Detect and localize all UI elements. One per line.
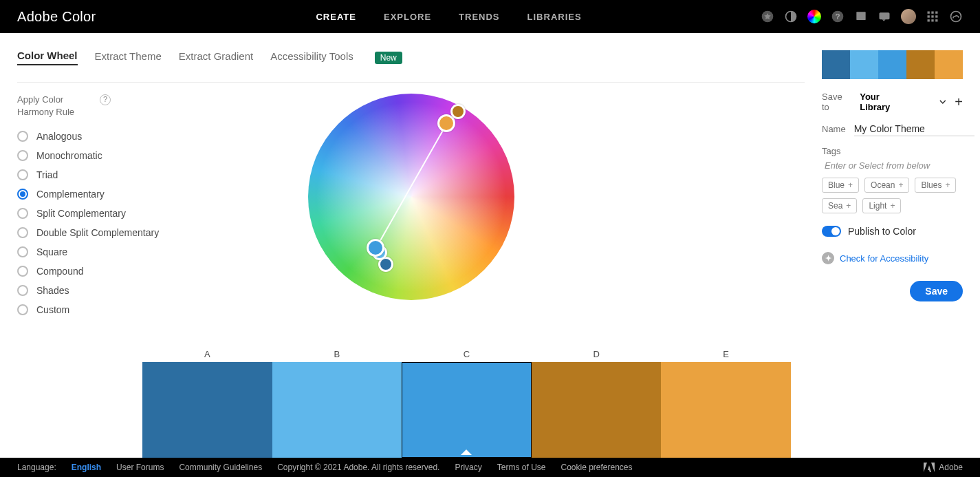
brand-title: Adobe Color bbox=[17, 9, 96, 25]
swatch-d[interactable] bbox=[532, 362, 662, 458]
tag-chip-sea[interactable]: Sea bbox=[822, 198, 857, 213]
radio-icon bbox=[17, 285, 28, 296]
library-dropdown[interactable]: Your Library bbox=[860, 92, 946, 112]
harmony-option-analogous[interactable]: Analogous bbox=[17, 131, 175, 142]
app-header: Adobe Color CREATE EXPLORE TRENDS LIBRAR… bbox=[0, 0, 980, 33]
footer-terms[interactable]: Terms of Use bbox=[497, 463, 546, 472]
footer: Language: English User Forums Community … bbox=[0, 458, 980, 477]
swatch-a[interactable] bbox=[142, 362, 272, 458]
harmony-option-split-complementary[interactable]: Split Complementary bbox=[17, 208, 175, 219]
swatch-letter: A bbox=[142, 349, 272, 362]
nav-libraries[interactable]: LIBRARIES bbox=[527, 12, 582, 22]
harmony-option-complementary[interactable]: Complementary bbox=[17, 189, 175, 200]
subtab-accessibility-tools[interactable]: Accessibility Tools bbox=[270, 50, 353, 65]
avatar[interactable] bbox=[901, 9, 916, 24]
nav-trends[interactable]: TRENDS bbox=[459, 12, 499, 22]
svg-rect-7 bbox=[931, 12, 933, 14]
adobe-logo-icon bbox=[924, 463, 935, 472]
header-icon-bar: ? bbox=[761, 9, 963, 24]
mini-swatch bbox=[850, 50, 878, 79]
svg-rect-11 bbox=[935, 15, 937, 17]
radio-icon bbox=[17, 131, 28, 142]
tag-chip-ocean[interactable]: Ocean bbox=[864, 178, 909, 193]
tags-input[interactable]: Enter or Select from below bbox=[822, 158, 963, 178]
swatch-b[interactable] bbox=[272, 362, 402, 458]
accessibility-icon: ✦ bbox=[822, 252, 834, 264]
svg-rect-12 bbox=[928, 19, 930, 21]
chevron-down-icon bbox=[939, 98, 947, 106]
svg-rect-6 bbox=[928, 12, 930, 14]
star-icon[interactable] bbox=[761, 10, 774, 23]
svg-rect-4 bbox=[856, 12, 865, 20]
swatch-e[interactable] bbox=[661, 362, 791, 458]
wheel-marker[interactable] bbox=[450, 104, 466, 119]
mini-swatch bbox=[935, 50, 963, 79]
subtab-extract-gradient[interactable]: Extract Gradient bbox=[179, 50, 253, 65]
footer-privacy[interactable]: Privacy bbox=[455, 463, 481, 472]
help-icon[interactable]: ? bbox=[831, 10, 845, 23]
harmony-option-double-split-complementary[interactable]: Double Split Complementary bbox=[17, 227, 175, 238]
subtab-bar: Color Wheel Extract Theme Extract Gradie… bbox=[17, 33, 805, 83]
nav-explore[interactable]: EXPLORE bbox=[384, 12, 431, 22]
footer-brand: Adobe bbox=[924, 463, 963, 472]
harmony-option-compound[interactable]: Compound bbox=[17, 266, 175, 277]
radio-icon bbox=[17, 150, 28, 161]
check-accessibility-link[interactable]: ✦ Check for Accessibility bbox=[822, 252, 963, 264]
radio-icon bbox=[17, 246, 28, 257]
color-wheel-icon[interactable] bbox=[807, 10, 821, 23]
mini-swatches bbox=[822, 50, 963, 79]
swatch-letter: B bbox=[272, 349, 402, 362]
color-wheel[interactable] bbox=[308, 94, 514, 300]
tags-label: Tags bbox=[822, 146, 852, 156]
new-badge: New bbox=[375, 52, 402, 64]
help-icon[interactable]: ? bbox=[100, 94, 111, 105]
tag-suggestions: BlueOceanBluesSeaLight bbox=[822, 178, 963, 213]
wheel-marker[interactable] bbox=[367, 239, 384, 257]
contrast-icon[interactable] bbox=[784, 10, 798, 23]
apps-icon[interactable] bbox=[926, 10, 939, 23]
harmony-option-triad[interactable]: Triad bbox=[17, 169, 175, 180]
swatch-strip: ABCDE bbox=[142, 349, 791, 458]
publish-toggle[interactable] bbox=[822, 226, 841, 237]
save-button[interactable]: Save bbox=[910, 281, 963, 301]
language-label: Language: bbox=[17, 463, 56, 472]
subtab-color-wheel[interactable]: Color Wheel bbox=[17, 50, 78, 65]
footer-community-guidelines[interactable]: Community Guidelines bbox=[179, 463, 262, 472]
tag-chip-blues[interactable]: Blues bbox=[915, 178, 956, 193]
swatch-letter: C bbox=[402, 349, 532, 362]
announcement-icon[interactable] bbox=[854, 10, 868, 23]
save-to-label: Save to bbox=[822, 92, 851, 112]
harmony-label: Apply Color Harmony Rule bbox=[17, 94, 93, 118]
mini-swatch bbox=[906, 50, 935, 79]
tag-chip-light[interactable]: Light bbox=[862, 198, 901, 213]
chat-icon[interactable] bbox=[878, 10, 891, 23]
name-label: Name bbox=[822, 124, 846, 134]
creative-cloud-icon[interactable] bbox=[949, 10, 963, 23]
svg-rect-13 bbox=[931, 19, 933, 21]
language-selector[interactable]: English bbox=[72, 463, 101, 472]
svg-rect-9 bbox=[928, 15, 930, 17]
harmony-option-custom[interactable]: Custom bbox=[17, 304, 175, 315]
add-library-button[interactable]: + bbox=[955, 95, 963, 109]
tag-chip-blue[interactable]: Blue bbox=[822, 178, 859, 193]
swatch-letter: E bbox=[661, 349, 791, 362]
radio-icon bbox=[17, 208, 28, 219]
publish-label: Publish to Color bbox=[848, 226, 916, 237]
swatch-c[interactable] bbox=[402, 362, 532, 458]
nav-create[interactable]: CREATE bbox=[316, 12, 356, 22]
harmony-option-monochromatic[interactable]: Monochromatic bbox=[17, 150, 175, 161]
subtab-extract-theme[interactable]: Extract Theme bbox=[95, 50, 162, 65]
harmony-option-shades[interactable]: Shades bbox=[17, 285, 175, 296]
footer-copyright: Copyright © 2021 Adobe. All rights reser… bbox=[277, 463, 439, 472]
svg-rect-14 bbox=[935, 19, 937, 21]
theme-name-input[interactable] bbox=[854, 122, 974, 136]
footer-user-forums[interactable]: User Forums bbox=[116, 463, 164, 472]
footer-cookies[interactable]: Cookie preferences bbox=[560, 463, 632, 472]
harmony-panel: Apply Color Harmony Rule ? AnalogousMono… bbox=[17, 94, 175, 315]
harmony-option-square[interactable]: Square bbox=[17, 246, 175, 257]
radio-icon bbox=[17, 227, 28, 238]
right-panel: Save to Your Library + Name Tags Enter o… bbox=[822, 33, 980, 458]
svg-text:?: ? bbox=[835, 12, 840, 21]
mini-swatch bbox=[878, 50, 906, 79]
primary-nav: CREATE EXPLORE TRENDS LIBRARIES bbox=[316, 12, 581, 22]
